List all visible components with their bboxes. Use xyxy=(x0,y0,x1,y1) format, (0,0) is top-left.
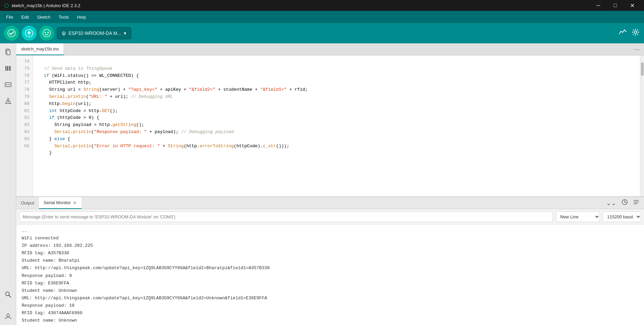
tab-output-label: Output xyxy=(21,200,34,205)
svg-rect-10 xyxy=(7,66,8,71)
code-line-80: int httpCode = http.GET(); xyxy=(39,108,118,113)
debug-icon xyxy=(43,29,51,37)
line-num-84: 84 xyxy=(16,129,33,136)
serial-line-student1: Student name: Bharatpi xyxy=(22,257,639,264)
serial-line-response1: Response payload: 9 xyxy=(22,272,639,280)
code-line-86: } xyxy=(39,150,52,155)
output-tab-bar: Output Serial Monitor ✕ ⌄⌄ xyxy=(16,197,644,209)
output-panel: Output Serial Monitor ✕ ⌄⌄ xyxy=(16,196,644,325)
serial-plotter-icon xyxy=(618,28,627,37)
tab-serial-label: Serial Monitor xyxy=(44,200,71,205)
menu-edit[interactable]: Edit xyxy=(18,13,32,21)
tab-sketch-label: sketch_may15b.ino xyxy=(21,46,59,51)
tab-serial-monitor[interactable]: Serial Monitor ✕ xyxy=(39,197,82,209)
close-button[interactable]: ✕ xyxy=(624,0,640,11)
board-icon: ψ xyxy=(62,30,66,36)
minimize-button[interactable]: ─ xyxy=(591,0,606,11)
code-editor[interactable]: 74 75 76 77 78 79 80 81 82 83 84 85 86 /… xyxy=(16,56,644,196)
title-bar-controls[interactable]: ─ □ ✕ xyxy=(591,0,640,11)
sidebar-item-boards[interactable] xyxy=(2,79,14,91)
maximize-button[interactable]: □ xyxy=(607,0,623,11)
serial-line-wifi: WiFi connected xyxy=(22,235,639,242)
code-line-74: // Send data to ThingSpeak xyxy=(39,66,112,71)
window-title: sketch_may15b | Arduino IDE 2.3.2 xyxy=(12,3,80,8)
line-ending-select[interactable]: New Line No Line Ending Carriage Return … xyxy=(556,211,600,222)
svg-point-3 xyxy=(43,29,50,37)
editor-scroll-thumb xyxy=(641,62,644,76)
search-icon xyxy=(4,291,12,298)
title-bar-left: ⬡ sketch_may15b | Arduino IDE 2.3.2 xyxy=(4,2,80,9)
serial-message-input[interactable] xyxy=(19,211,553,222)
code-line-76: HTTPClient http; xyxy=(39,80,91,85)
debug-sidebar-icon xyxy=(4,97,12,105)
settings-icon xyxy=(631,28,640,37)
sidebar-item-libraries[interactable] xyxy=(2,62,14,74)
menu-sketch[interactable]: Sketch xyxy=(33,13,54,21)
board-name: ESP32-WROOM-DA M... xyxy=(68,30,121,36)
sidebar-item-search[interactable] xyxy=(2,288,14,301)
sidebar-item-debug[interactable] xyxy=(2,95,14,107)
line-num-75: 75 xyxy=(16,65,33,72)
serial-line-url1: URL: http://api.thingspeak.com/update?ap… xyxy=(22,264,639,272)
line-num-76: 76 xyxy=(16,72,33,80)
sidebar-item-files[interactable] xyxy=(2,46,14,58)
timestamp-button[interactable] xyxy=(620,198,629,208)
settings-button[interactable] xyxy=(631,28,640,39)
verify-button[interactable] xyxy=(4,26,19,41)
menu-tools[interactable]: Tools xyxy=(55,13,72,21)
code-content[interactable]: // Send data to ThingSpeak if (WiFi.stat… xyxy=(33,56,640,196)
app-icon: ⬡ xyxy=(4,2,9,9)
serial-line-ip: IP address: 192.168.202.225 xyxy=(22,242,639,250)
upload-button[interactable] xyxy=(22,26,37,41)
menu-help[interactable]: Help xyxy=(73,13,89,21)
line-num-80: 80 xyxy=(16,101,33,108)
tab-more-button[interactable]: ⋯ xyxy=(630,43,644,55)
editor-scrollbar[interactable] xyxy=(640,56,644,196)
sidebar xyxy=(0,43,16,325)
serial-output[interactable]: .. WiFi connected IP address: 192.168.20… xyxy=(16,224,644,325)
svg-point-0 xyxy=(8,29,15,37)
line-num-81: 81 xyxy=(16,108,33,115)
serial-line-url2: URL: http://api.thingspeak.com/update?ap… xyxy=(22,295,639,302)
code-line-78: Serial.println("URL: " + url); // Debugg… xyxy=(39,94,173,99)
line-num-77: 77 xyxy=(16,79,33,86)
code-line-82: String payload = http.getString(); xyxy=(39,122,144,127)
scroll-down-button[interactable]: ⌄⌄ xyxy=(605,199,618,208)
serial-line-rfid2: RFID tag: E36E9FFA xyxy=(22,280,639,287)
line-num-78: 78 xyxy=(16,86,33,93)
debugger-button[interactable] xyxy=(39,26,54,41)
board-dropdown-arrow: ▾ xyxy=(124,30,126,36)
line-num-74: 74 xyxy=(16,58,33,65)
code-line-84: } else { xyxy=(39,136,70,142)
tab-serial-close[interactable]: ✕ xyxy=(73,200,77,205)
serial-line-student3: Student name: Unknown xyxy=(22,317,639,324)
lines-icon xyxy=(633,199,639,205)
code-line-85: Serial.println("Error in HTTP request: "… xyxy=(39,144,289,149)
tab-output[interactable]: Output xyxy=(16,197,39,209)
serial-plotter-button[interactable] xyxy=(618,28,627,39)
svg-line-20 xyxy=(9,296,11,298)
profile-icon xyxy=(4,312,12,320)
serial-monitor-bar: New Line No Line Ending Carriage Return … xyxy=(16,209,644,224)
sidebar-item-profile[interactable] xyxy=(2,310,14,322)
line-num-85: 85 xyxy=(16,136,33,143)
tab-bar: sketch_may15b.ino ⋯ xyxy=(16,43,644,56)
libraries-icon xyxy=(4,65,12,72)
menu-file[interactable]: File xyxy=(3,13,17,21)
clock-icon xyxy=(622,199,628,205)
board-selector[interactable]: ψ ESP32-WROOM-DA M... ▾ xyxy=(57,27,131,39)
code-line-79: http.begin(url); xyxy=(39,101,91,106)
svg-rect-8 xyxy=(7,50,10,55)
verify-icon xyxy=(7,29,16,37)
svg-point-14 xyxy=(7,84,8,85)
line-numbers: 74 75 76 77 78 79 80 81 82 83 84 85 86 xyxy=(16,56,33,196)
svg-point-6 xyxy=(635,31,637,34)
line-num-82: 82 xyxy=(16,114,33,122)
svg-point-5 xyxy=(47,32,49,33)
tab-more-icon: ⋯ xyxy=(634,46,640,53)
code-line-75: if (WiFi.status() == WL_CONNECTED) { xyxy=(39,73,139,78)
baud-rate-select[interactable]: 115200 baud 9600 baud 57600 baud xyxy=(603,211,641,222)
tab-sketch[interactable]: sketch_may15b.ino xyxy=(16,43,64,55)
serial-line-response2: Response payload: 10 xyxy=(22,302,639,309)
clear-output-button[interactable] xyxy=(632,198,641,208)
